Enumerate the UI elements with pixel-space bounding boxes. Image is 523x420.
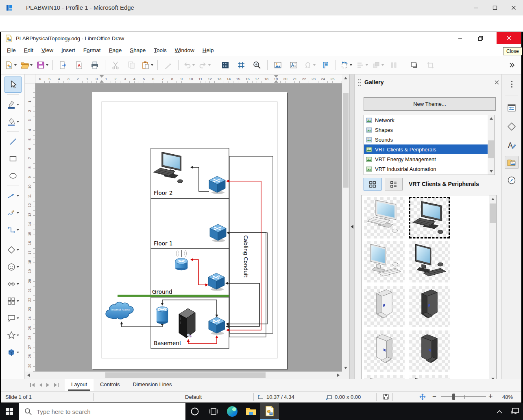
save-button[interactable] [35, 59, 49, 71]
insert-textbox-button[interactable] [287, 59, 301, 71]
theme-list-scrollbar[interactable] [488, 115, 495, 175]
crop-button[interactable] [423, 59, 437, 71]
router[interactable] [157, 307, 168, 324]
gallery-item[interactable] [409, 241, 450, 282]
scroll-up-icon[interactable] [491, 198, 495, 200]
fill-color-button[interactable] [4, 114, 22, 130]
vertical-ruler[interactable]: 1234567891011121314151617181920212223242… [25, 83, 35, 372]
zoom-slider-track[interactable] [441, 396, 486, 397]
menu-help[interactable]: Help [198, 46, 218, 55]
copy-button[interactable] [124, 59, 138, 71]
sidebar-tab-gallery[interactable] [505, 156, 519, 169]
floor2-switch[interactable] [209, 176, 225, 194]
dropdown-arrow-icon[interactable] [17, 212, 19, 214]
lo-close-button[interactable] [497, 32, 521, 44]
lines-and-arrows-button[interactable] [4, 188, 22, 204]
scroll-down-icon[interactable] [490, 170, 493, 173]
shadow-button[interactable] [408, 59, 421, 71]
menu-shape[interactable]: Shape [126, 46, 150, 55]
zoom-button[interactable] [250, 59, 264, 71]
drawing-canvas[interactable]: Floor 2 Floor 1 Ground Basement Cabling … [35, 83, 342, 372]
gallery-items-scrollbar-thumb[interactable] [490, 203, 496, 223]
dropdown-arrow-icon[interactable] [17, 352, 19, 353]
block-arrows-button[interactable] [4, 276, 22, 292]
wireless-access-point[interactable] [175, 250, 188, 271]
menu-edit[interactable]: Edit [20, 46, 37, 55]
dropdown-arrow-icon[interactable] [17, 266, 19, 268]
dropdown-arrow-icon[interactable] [366, 64, 368, 66]
gallery-item[interactable] [364, 286, 405, 327]
curves-polygons-button[interactable] [4, 205, 22, 221]
dropdown-arrow-icon[interactable] [208, 64, 211, 66]
page[interactable]: Floor 2 Floor 1 Ground Basement Cabling … [92, 92, 287, 369]
cortana-button[interactable] [185, 403, 204, 420]
last-page-icon[interactable] [53, 383, 59, 387]
dropdown-arrow-icon[interactable] [313, 64, 316, 66]
fontwork-button[interactable]: F [318, 59, 332, 71]
theme-item-sounds[interactable]: Sounds [364, 135, 495, 144]
basement-switch[interactable] [209, 317, 225, 335]
paste-button[interactable] [140, 59, 154, 71]
scroll-down-icon[interactable] [344, 367, 347, 369]
rectangle-button[interactable] [4, 151, 22, 167]
redo-button[interactable] [198, 59, 211, 71]
gallery-item[interactable] [364, 241, 405, 282]
scroll-left-icon[interactable] [27, 374, 30, 377]
connectors-button[interactable] [4, 222, 22, 238]
ground-switch[interactable] [208, 273, 224, 291]
menu-view[interactable]: View [37, 46, 57, 55]
taskbar-libreoffice-draw-button[interactable] [260, 403, 279, 420]
dropdown-arrow-icon[interactable] [17, 249, 19, 251]
icon-view-button[interactable] [364, 178, 381, 190]
dropdown-arrow-icon[interactable] [17, 104, 19, 105]
dropdown-arrow-icon[interactable] [17, 229, 19, 231]
transformations-button[interactable] [339, 59, 353, 71]
detailed-view-button[interactable] [385, 178, 403, 190]
taskbar-file-explorer-button[interactable] [242, 403, 260, 420]
menu-tools[interactable]: Tools [150, 46, 171, 55]
callout-shapes-button[interactable] [4, 310, 22, 326]
display-grid-button[interactable] [218, 59, 232, 71]
search-input[interactable] [36, 408, 151, 416]
dropdown-arrow-icon[interactable] [17, 195, 19, 197]
3d-objects-button[interactable] [4, 344, 22, 361]
theme-item-shapes[interactable]: Shapes [364, 125, 495, 135]
print-button[interactable] [88, 59, 102, 71]
insert-line-button[interactable] [4, 133, 22, 150]
gallery-item-selected[interactable] [409, 197, 450, 238]
gallery-item[interactable] [409, 286, 450, 327]
taskbar-search-box[interactable] [19, 403, 185, 420]
special-character-button[interactable]: Ω [303, 59, 316, 71]
arrange-button[interactable] [371, 59, 385, 71]
panel-grip-icon[interactable] [358, 79, 361, 87]
scroll-up-icon[interactable] [344, 77, 347, 79]
sidebar-tab-properties[interactable] [505, 101, 519, 114]
flowchart-shapes-button[interactable] [4, 293, 22, 309]
clone-formatting-button[interactable] [161, 59, 175, 71]
theme-item-network[interactable]: Network [364, 115, 495, 125]
symbol-shapes-button[interactable] [4, 259, 22, 275]
sidebar-tab-navigator[interactable] [505, 174, 519, 187]
dropdown-arrow-icon[interactable] [17, 317, 19, 319]
dropdown-arrow-icon[interactable] [381, 64, 384, 66]
snap-guides-button[interactable] [234, 59, 248, 71]
export-button[interactable] [56, 59, 70, 71]
menu-format[interactable]: Format [79, 46, 105, 55]
select-tool-button[interactable] [4, 77, 22, 93]
gallery-item[interactable] [364, 330, 405, 372]
align-objects-button[interactable] [355, 59, 369, 71]
sidebar-tab-shapes[interactable] [505, 120, 519, 133]
vertical-scrollbar-thumb[interactable] [343, 93, 349, 188]
menu-page[interactable]: Page [105, 46, 126, 55]
dropdown-arrow-icon[interactable] [30, 64, 33, 66]
conduit-outer-box[interactable] [229, 156, 273, 333]
export-pdf-button[interactable] [72, 59, 86, 71]
dropdown-arrow-icon[interactable] [14, 64, 17, 66]
insert-image-button[interactable] [271, 59, 285, 71]
next-page-icon[interactable] [46, 383, 50, 387]
first-page-icon[interactable] [30, 383, 35, 387]
server[interactable] [179, 308, 195, 338]
dropdown-arrow-icon[interactable] [17, 121, 19, 122]
tab-dimension-lines[interactable]: Dimension Lines [126, 379, 178, 391]
task-view-button[interactable] [204, 403, 223, 420]
